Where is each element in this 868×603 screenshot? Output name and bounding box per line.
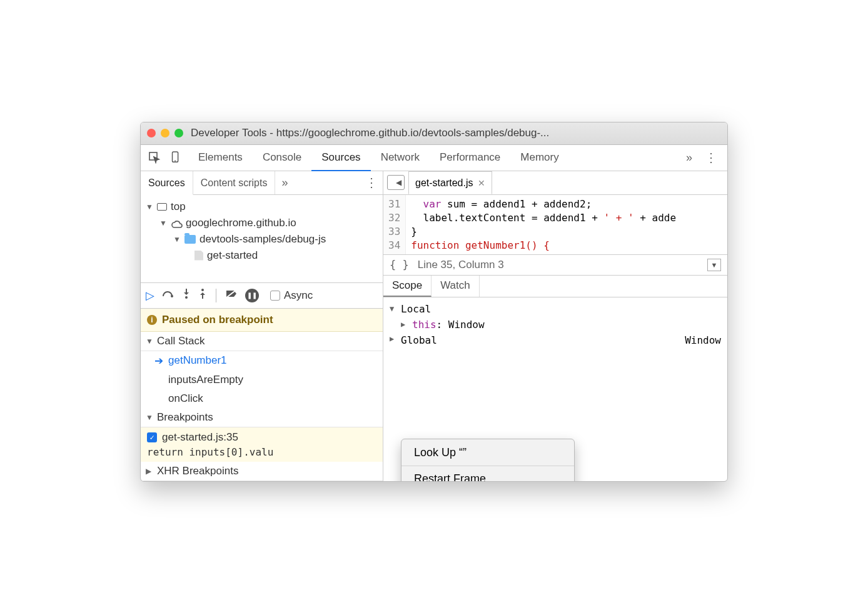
paused-banner: i Paused on breakpoint xyxy=(141,309,383,332)
scope-local[interactable]: ▼ Local xyxy=(390,301,721,317)
current-frame-icon: ➔ xyxy=(154,354,163,367)
tree-folder[interactable]: ▼ devtools-samples/debug-js xyxy=(146,231,380,247)
navigator-more-icon[interactable]: » xyxy=(275,176,294,189)
tree-top-label: top xyxy=(171,201,186,213)
navigator-tab-sources[interactable]: Sources xyxy=(141,171,193,195)
inspect-element-icon[interactable] xyxy=(146,149,163,166)
twisty-icon: ▶ xyxy=(390,334,397,346)
ctx-label: Look Up “” xyxy=(414,446,467,459)
right-column: ◀ get-started.js ✕ 31 32 33 34 var sum =… xyxy=(383,171,727,481)
svg-point-4 xyxy=(185,296,188,299)
svg-point-3 xyxy=(171,295,173,297)
ctx-restart-frame[interactable]: Restart Frame xyxy=(401,468,574,482)
toggle-navigator-icon[interactable]: ◀ xyxy=(387,175,405,190)
breakpoint-file: get-started.js:35 xyxy=(162,431,238,444)
xhr-header-label: XHR Breakpoints xyxy=(157,465,238,477)
xhr-breakpoints-header[interactable]: ▶ XHR Breakpoints xyxy=(141,462,383,481)
navigator-tab-content-scripts[interactable]: Content scripts xyxy=(193,171,276,194)
tree-domain[interactable]: ▼ googlechrome.github.io xyxy=(146,215,380,231)
twisty-icon: ▶ xyxy=(401,320,408,329)
cloud-icon xyxy=(171,219,182,227)
twisty-icon: ▼ xyxy=(146,413,153,422)
scope-local-label: Local xyxy=(401,303,431,315)
deactivate-breakpoints-icon[interactable] xyxy=(225,289,238,302)
tree-top[interactable]: ▼ top xyxy=(146,199,380,215)
callstack-frame[interactable]: inputsAreEmpty xyxy=(141,371,383,389)
panel-tabs: Elements Console Sources Network Perform… xyxy=(141,145,727,171)
scope-tab-scope[interactable]: Scope xyxy=(383,276,431,297)
tab-memory[interactable]: Memory xyxy=(510,144,568,171)
pretty-print-icon[interactable]: { } xyxy=(390,259,409,271)
folder-icon xyxy=(184,235,196,244)
close-tab-icon[interactable]: ✕ xyxy=(478,178,485,188)
this-keyword: this xyxy=(412,319,437,331)
scope-global[interactable]: ▶Global Window xyxy=(390,332,721,348)
breakpoints-header[interactable]: ▼ Breakpoints xyxy=(141,408,383,427)
close-window-icon[interactable] xyxy=(147,129,156,137)
navigator-tabs: Sources Content scripts » ⋮ xyxy=(141,171,383,195)
tree-twisty-icon: ▼ xyxy=(173,235,181,244)
file-icon xyxy=(194,251,203,261)
title-bar: Developer Tools - https://googlechrome.g… xyxy=(141,122,727,145)
toolbar-separator xyxy=(216,289,216,302)
frame-name: getNumber1 xyxy=(168,354,227,367)
callstack-frame[interactable]: ➔ getNumber1 xyxy=(141,351,383,371)
step-over-icon[interactable] xyxy=(162,289,174,302)
code-body: var sum = addend1 + addend2; label.textC… xyxy=(406,195,681,254)
editor-tabbar: ◀ get-started.js ✕ xyxy=(383,171,727,195)
tab-network[interactable]: Network xyxy=(371,144,430,171)
code-editor[interactable]: 31 32 33 34 var sum = addend1 + addend2;… xyxy=(383,195,727,255)
this-value: Window xyxy=(448,319,485,331)
file-tab-label: get-started.js xyxy=(415,177,473,189)
ctx-look-up[interactable]: Look Up “” xyxy=(401,442,574,464)
zoom-window-icon[interactable] xyxy=(174,129,183,137)
cursor-position: Line 35, Column 3 xyxy=(418,259,504,271)
callstack-frame[interactable]: onClick xyxy=(141,389,383,408)
settings-kebab-icon[interactable]: ⋮ xyxy=(700,150,722,165)
frame-name: inputsAreEmpty xyxy=(168,374,243,386)
editor-dropdown-icon[interactable]: ▼ xyxy=(707,259,721,271)
breakpoints-header-label: Breakpoints xyxy=(157,411,213,424)
tab-sources[interactable]: Sources xyxy=(311,144,370,171)
scope-global-label: Global xyxy=(401,334,437,346)
breakpoint-item[interactable]: ✓ get-started.js:35 return inputs[0].val… xyxy=(141,427,383,462)
minimize-window-icon[interactable] xyxy=(161,129,169,137)
traffic-lights xyxy=(147,129,183,137)
scope-this[interactable]: ▶ this: Window xyxy=(390,317,721,332)
ctx-label: Restart Frame xyxy=(414,472,486,482)
tree-file-label: get-started xyxy=(207,249,258,262)
file-tab[interactable]: get-started.js ✕ xyxy=(408,171,492,194)
tab-list: Elements Console Sources Network Perform… xyxy=(188,144,679,171)
tab-console[interactable]: Console xyxy=(253,144,311,171)
callstack-header[interactable]: ▼ Call Stack xyxy=(141,332,383,351)
left-column: Sources Content scripts » ⋮ ▼ top ▼ goo xyxy=(141,171,383,481)
tree-twisty-icon: ▼ xyxy=(159,219,167,227)
tab-performance[interactable]: Performance xyxy=(430,144,510,171)
device-toolbar-icon[interactable] xyxy=(167,149,184,166)
tree-file[interactable]: get-started xyxy=(146,247,380,264)
line-number: 31 xyxy=(388,197,400,211)
line-number: 34 xyxy=(388,239,400,252)
more-tabs-icon[interactable]: » xyxy=(682,151,696,164)
scope-global-value: Window xyxy=(685,334,721,346)
navigator-kebab-icon[interactable]: ⋮ xyxy=(360,175,383,190)
step-out-icon[interactable] xyxy=(198,288,207,302)
tree-domain-label: googlechrome.github.io xyxy=(186,217,296,229)
twisty-icon: ▼ xyxy=(146,337,153,346)
context-menu: Look Up “” Restart Frame Copy Stack Trac… xyxy=(401,439,575,482)
async-label: Async xyxy=(284,289,313,302)
scope-tab-watch[interactable]: Watch xyxy=(431,276,480,297)
breakpoint-checkbox-icon[interactable]: ✓ xyxy=(147,432,157,442)
async-toggle[interactable]: Async xyxy=(270,289,313,302)
pause-on-exceptions-icon[interactable]: ❚❚ xyxy=(245,289,259,302)
debug-toolbar: ▷ ❚❚ Async xyxy=(141,282,383,309)
resume-icon[interactable]: ▷ xyxy=(146,289,154,302)
tab-elements[interactable]: Elements xyxy=(188,144,253,171)
scope-tabs: Scope Watch xyxy=(383,276,727,297)
line-gutter: 31 32 33 34 xyxy=(383,195,406,254)
step-into-icon[interactable] xyxy=(182,288,191,302)
breakpoint-code: return inputs[0].valu xyxy=(147,444,378,458)
scope-body: ▼ Local ▶ this: Window ▶Global Window xyxy=(383,297,727,352)
frame-icon xyxy=(157,203,167,211)
twisty-icon: ▼ xyxy=(390,304,397,313)
